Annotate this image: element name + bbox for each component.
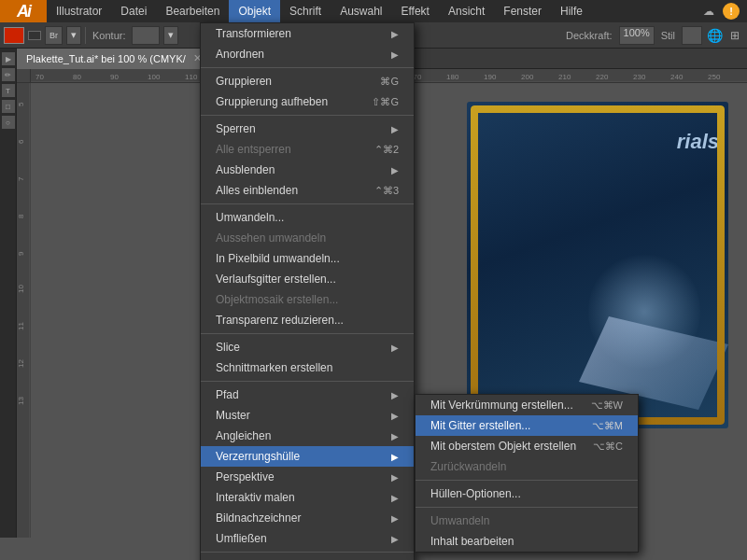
schnittmarken-label: Schnittmarken erstellen: [216, 361, 332, 374]
menu-gruppierung-aufheben[interactable]: Gruppierung aufheben ⇧⌘G: [201, 91, 414, 112]
artwork-canvas: rials: [467, 102, 728, 428]
menu-transformieren[interactable]: Transformieren ▶: [201, 23, 414, 44]
menu-objektmosaik[interactable]: Objektmosaik erstellen...: [201, 289, 414, 310]
mit-oberstem-shortcut: ⌥⌘C: [593, 441, 623, 453]
menu-item-fenster[interactable]: Fenster: [494, 0, 551, 22]
menu-muster[interactable]: Muster ▶: [201, 405, 414, 426]
alles-einblenden-label: Alles einblenden: [216, 184, 298, 197]
transformieren-label: Transformieren: [216, 27, 291, 40]
submenu-umwandeln[interactable]: Umwandeln: [416, 511, 638, 531]
menu-pfad[interactable]: Pfad ▶: [201, 385, 414, 405]
kontur-value[interactable]: [132, 26, 160, 45]
ruler-vertical: 5 6 7 8 9 10 11 12 13: [17, 83, 31, 538]
menu-item-auswahl[interactable]: Auswahl: [331, 0, 391, 22]
pfad-label: Pfad: [216, 388, 239, 401]
svg-text:5: 5: [17, 102, 25, 106]
verlaufsgitter-label: Verlaufsgitter erstellen...: [216, 273, 336, 286]
angleichen-arrow: ▶: [391, 431, 399, 441]
menu-aussehen-umwandeln[interactable]: Aussehen umwandeln: [201, 228, 414, 248]
menu-item-datei[interactable]: Datei: [111, 0, 156, 22]
options-btn[interactable]: ▾: [66, 26, 81, 45]
menu-schnittmaske[interactable]: Schnittmaske ▶: [201, 555, 414, 560]
fill-swatch[interactable]: [4, 27, 24, 44]
tool-4[interactable]: □: [2, 100, 15, 113]
interaktiv-label: Interaktiv malen: [216, 491, 295, 504]
menu-anordnen[interactable]: Anordnen ▶: [201, 44, 414, 64]
svg-text:110: 110: [185, 73, 198, 81]
svg-text:9: 9: [17, 251, 25, 256]
slice-label: Slice: [216, 341, 240, 354]
submenu-zuruckwandeln[interactable]: Zurückwandeln: [416, 456, 638, 477]
tool-2[interactable]: ✏: [2, 68, 15, 81]
menu-gruppieren[interactable]: Gruppieren ⌘G: [201, 71, 414, 91]
submenu-inhalt-bearbeiten[interactable]: Inhalt bearbeiten: [416, 531, 638, 552]
submenu-mit-gitter[interactable]: Mit Gitter erstellen... ⌥⌘M: [416, 415, 638, 436]
ai-logo: Ai: [0, 0, 47, 22]
sperren-arrow: ▶: [391, 124, 399, 134]
menu-transparenz[interactable]: Transparenz reduzieren...: [201, 310, 414, 330]
slice-arrow: ▶: [391, 343, 399, 353]
menu-verlaufsgitter[interactable]: Verlaufsgitter erstellen...: [201, 269, 414, 289]
sep2: [201, 115, 414, 116]
menu-item-bearbeiten[interactable]: Bearbeiten: [156, 0, 229, 22]
menu-alle-entsperren[interactable]: Alle entsperren ⌃⌘2: [201, 139, 414, 160]
umwandeln-label: Umwandeln...: [216, 211, 284, 224]
menu-sperren[interactable]: Sperren ▶: [201, 119, 414, 139]
menu-slice[interactable]: Slice ▶: [201, 337, 414, 357]
svg-text:10: 10: [17, 285, 25, 293]
menu-item-hilfe[interactable]: Hilfe: [551, 0, 592, 22]
deckkraft-select[interactable]: 100%: [619, 26, 655, 45]
tool-3[interactable]: T: [2, 84, 15, 97]
menu-umfliessen[interactable]: Umfließen ▶: [201, 528, 414, 549]
gruppieren-shortcut: ⌘G: [380, 76, 399, 88]
objekt-dropdown[interactable]: Transformieren ▶ Anordnen ▶ Gruppieren ⌘…: [200, 22, 415, 560]
svg-text:8: 8: [17, 214, 25, 218]
menu-item-schrift[interactable]: Schrift: [280, 0, 331, 22]
verzerrungshulle-label: Verzerrungshülle: [216, 450, 300, 463]
anordnen-label: Anordnen: [216, 48, 264, 61]
muster-arrow: ▶: [391, 411, 399, 421]
menu-item-effekt[interactable]: Effekt: [391, 0, 438, 22]
perspektive-label: Perspektive: [216, 470, 275, 483]
menu-verzerrungshulle[interactable]: Verzerrungshülle ▶: [201, 446, 414, 467]
submenu-mit-oberstem[interactable]: Mit oberstem Objekt erstellen ⌥⌘C: [416, 436, 638, 456]
submenu-mit-verkrummung[interactable]: Mit Verkrümmung erstellen... ⌥⌘W: [416, 395, 638, 415]
menu-in-pixelbild[interactable]: In Pixelbild umwandeln...: [201, 248, 414, 269]
tab-plakette[interactable]: Plakette_Tut.ai* bei 100 % (CMYK/ ✕: [17, 49, 212, 69]
menu-umwandeln[interactable]: Umwandeln...: [201, 207, 414, 228]
menu-bildnachzeichner[interactable]: Bildnachzeichner ▶: [201, 508, 414, 528]
submenu-hullen-optionen[interactable]: Hüllen-Optionen...: [416, 483, 638, 504]
svg-text:220: 220: [596, 73, 609, 81]
layout-icon[interactable]: ⊞: [726, 27, 743, 44]
stil-label: Stil: [658, 30, 678, 41]
menu-item-illustrator[interactable]: Illustrator: [47, 0, 111, 22]
mit-gitter-label: Mit Gitter erstellen...: [430, 419, 530, 432]
kontur-arrow[interactable]: ▾: [163, 26, 178, 45]
svg-text:70: 70: [35, 73, 44, 81]
stroke-swatch[interactable]: [28, 31, 41, 40]
transparenz-label: Transparenz reduzieren...: [216, 314, 344, 327]
alles-einblenden-shortcut: ⌃⌘3: [374, 185, 399, 197]
verzerrungshulle-submenu[interactable]: Mit Verkrümmung erstellen... ⌥⌘W Mit Git…: [415, 394, 639, 553]
gruppierung-aufheben-shortcut: ⇧⌘G: [372, 96, 399, 108]
svg-text:190: 190: [484, 73, 497, 81]
menu-alles-einblenden[interactable]: Alles einblenden ⌃⌘3: [201, 180, 414, 201]
menu-item-objekt[interactable]: Objekt: [229, 0, 280, 22]
menu-item-ansicht[interactable]: Ansicht: [439, 0, 494, 22]
tool-5[interactable]: ○: [2, 116, 15, 129]
sub-sep2: [416, 507, 638, 508]
cloud-icon[interactable]: ☁: [700, 3, 717, 20]
menu-ausblenden[interactable]: Ausblenden ▶: [201, 160, 414, 180]
menu-angleichen[interactable]: Angleichen ▶: [201, 426, 414, 446]
stil-btn[interactable]: [682, 26, 702, 45]
globe-icon[interactable]: 🌐: [706, 27, 723, 44]
left-sidebar: ▶ ✏ T □ ○: [0, 49, 17, 538]
svg-text:250: 250: [708, 73, 721, 81]
hullen-optionen-label: Hüllen-Optionen...: [430, 487, 521, 500]
tool-1[interactable]: ▶: [2, 52, 15, 65]
menu-perspektive[interactable]: Perspektive ▶: [201, 467, 414, 487]
menu-schnittmarken[interactable]: Schnittmarken erstellen: [201, 357, 414, 378]
umfliessen-arrow: ▶: [391, 534, 399, 544]
menu-interaktiv[interactable]: Interaktiv malen ▶: [201, 487, 414, 508]
brush-btn[interactable]: Br: [45, 26, 63, 45]
